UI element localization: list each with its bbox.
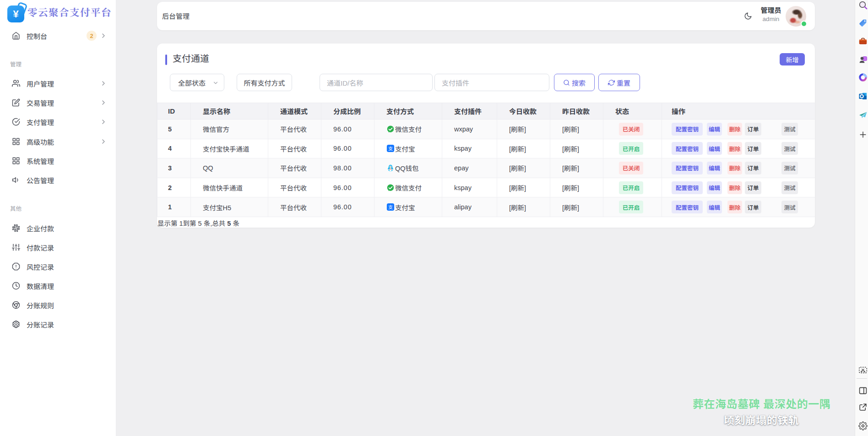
- svg-text:支: 支: [388, 145, 393, 152]
- svg-text:支: 支: [388, 203, 393, 210]
